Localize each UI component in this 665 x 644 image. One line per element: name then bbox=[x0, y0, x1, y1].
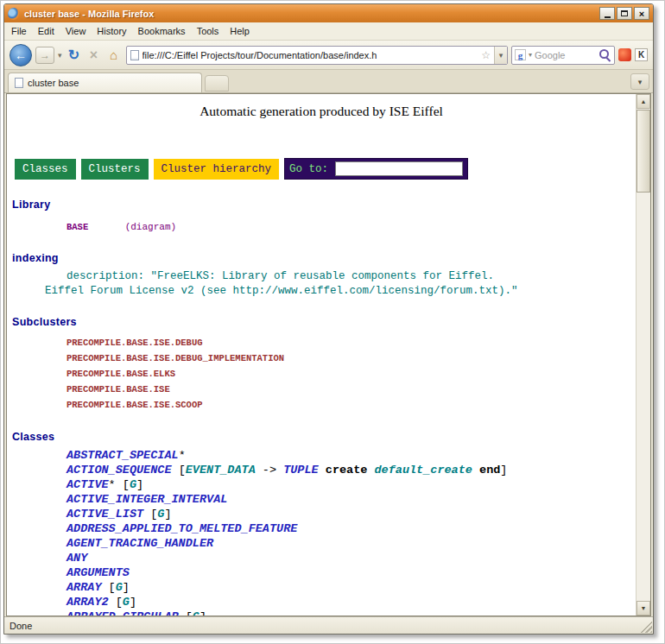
goto-label: Go to: bbox=[289, 163, 328, 175]
code-text: G bbox=[130, 478, 136, 491]
maximize-button[interactable] bbox=[617, 7, 632, 20]
home-button[interactable]: ⌂ bbox=[105, 47, 123, 62]
menu-item[interactable]: Edit bbox=[38, 26, 54, 36]
forward-button[interactable]: → bbox=[35, 47, 54, 64]
class-entry-row: ADDRESS_APPLIED_TO_MELTED_FEATURE bbox=[66, 521, 636, 536]
goto-box: Go to: bbox=[284, 158, 468, 180]
subclusters-heading: Subclusters bbox=[12, 316, 636, 328]
subcluster-link[interactable]: PRECOMPILE.BASE.ISE.SCOOP bbox=[66, 400, 203, 410]
code-text: G bbox=[123, 596, 130, 609]
code-text: [ bbox=[109, 596, 123, 609]
url-input[interactable]: file:///C:/Eiffel Projects/tour/Document… bbox=[142, 50, 478, 60]
resize-grip[interactable] bbox=[640, 621, 652, 633]
page-banner: Automatic generation produced by ISE Eif… bbox=[7, 104, 636, 119]
url-bar[interactable]: file:///C:/Eiffel Projects/tour/Document… bbox=[126, 46, 508, 65]
doc-nav-buttons: Classes Clusters Cluster hierarchy Go to… bbox=[15, 158, 636, 180]
tab-cluster-base[interactable]: cluster base bbox=[8, 73, 202, 92]
browser-window: cluster base - Mozilla Firefox × FileEdi… bbox=[3, 3, 654, 635]
window-controls: × bbox=[599, 7, 649, 20]
menu-item[interactable]: History bbox=[97, 26, 126, 36]
window-titlebar[interactable]: cluster base - Mozilla Firefox × bbox=[4, 4, 653, 22]
new-tab-button[interactable] bbox=[205, 75, 229, 92]
class-link[interactable]: ADDRESS_APPLIED_TO_MELTED_FEATURE bbox=[66, 522, 297, 535]
menu-item[interactable]: File bbox=[11, 26, 27, 36]
stop-button[interactable]: × bbox=[86, 47, 102, 63]
vertical-scrollbar[interactable]: ▲ ▼ bbox=[636, 94, 650, 616]
cluster-hierarchy-button[interactable]: Cluster hierarchy bbox=[154, 159, 280, 180]
bookmark-star-icon[interactable]: ☆ bbox=[481, 49, 491, 61]
status-text: Done bbox=[10, 621, 32, 631]
subcluster-row: PRECOMPILE.BASE.ISE.SCOOP bbox=[66, 396, 636, 412]
classes-button[interactable]: Classes bbox=[15, 159, 76, 180]
library-heading: Library bbox=[12, 199, 636, 211]
clusters-button[interactable]: Clusters bbox=[81, 159, 149, 180]
code-text: [ bbox=[143, 508, 157, 521]
class-link[interactable]: ACTIVE_LIST bbox=[66, 508, 143, 521]
subcluster-link[interactable]: PRECOMPILE.BASE.ELKS bbox=[66, 369, 175, 379]
minimize-icon bbox=[605, 16, 611, 18]
scroll-down-button[interactable]: ▼ bbox=[636, 601, 650, 616]
google-logo-icon[interactable]: g bbox=[515, 49, 526, 60]
code-text: G bbox=[193, 610, 200, 616]
search-engine-dropdown-icon[interactable]: ▾ bbox=[529, 51, 532, 59]
code-text: -> bbox=[256, 464, 283, 477]
menu-bar: FileEditViewHistoryBookmarksToolsHelp bbox=[4, 22, 653, 41]
class-entry-row: ARRAYED_CIRCULAR [G] bbox=[66, 609, 636, 616]
menu-item[interactable]: Help bbox=[230, 26, 250, 36]
classes-list: ABSTRACT_SPECIAL*ACTION_SEQUENCE [EVENT_… bbox=[7, 448, 636, 616]
back-button[interactable]: ← bbox=[10, 44, 32, 66]
search-input[interactable]: Google bbox=[535, 50, 596, 60]
class-link[interactable]: AGENT_TRACING_HANDLER bbox=[66, 537, 213, 550]
code-text: ] bbox=[130, 596, 136, 609]
subcluster-link[interactable]: PRECOMPILE.BASE.ISE.DEBUG bbox=[66, 338, 203, 348]
class-link[interactable]: ABSTRACT_SPECIAL bbox=[66, 449, 179, 462]
class-link[interactable]: ACTIVE bbox=[66, 478, 109, 491]
subcluster-link[interactable]: PRECOMPILE.BASE.ISE bbox=[66, 384, 170, 395]
url-history-dropdown-button[interactable]: ▾ bbox=[494, 47, 507, 64]
scroll-up-button[interactable]: ▲ bbox=[636, 94, 650, 109]
status-bar: Done bbox=[4, 616, 653, 634]
class-entry-row: ARGUMENTS bbox=[66, 565, 636, 580]
class-link[interactable]: ARRAY2 bbox=[66, 596, 109, 609]
menu-item[interactable]: Tools bbox=[197, 26, 219, 36]
menu-item[interactable]: Bookmarks bbox=[138, 26, 186, 36]
subclusters-list: PRECOMPILE.BASE.ISE.DEBUGPRECOMPILE.BASE… bbox=[7, 334, 636, 412]
diagram-link[interactable]: (diagram) bbox=[125, 222, 176, 232]
class-link[interactable]: ARRAYED_CIRCULAR bbox=[66, 610, 179, 616]
history-dropdown-icon[interactable]: ▾ bbox=[58, 51, 62, 60]
indexing-description-line1: description: "FreeELKS: Library of reusa… bbox=[66, 270, 636, 282]
document-page: Automatic generation produced by ISE Eif… bbox=[7, 94, 636, 616]
class-entry-row: AGENT_TRACING_HANDLER bbox=[66, 536, 636, 551]
code-text: EVENT_DATA bbox=[186, 464, 256, 477]
goto-input[interactable] bbox=[335, 161, 463, 176]
code-text: create bbox=[326, 464, 368, 477]
browser-content-area: Automatic generation produced by ISE Eif… bbox=[6, 93, 651, 616]
class-link[interactable]: TUPLE bbox=[283, 464, 319, 477]
scrollbar-thumb[interactable] bbox=[636, 110, 650, 193]
list-all-tabs-button[interactable]: ▾ bbox=[630, 73, 649, 90]
class-entry-row: ANY bbox=[66, 551, 636, 565]
extension-icon-k[interactable]: K bbox=[635, 48, 648, 61]
class-entry-row: ARRAY2 [G] bbox=[66, 595, 636, 609]
search-bar[interactable]: g ▾ Google bbox=[511, 46, 615, 65]
code-text: [ bbox=[172, 464, 186, 477]
class-link[interactable]: ARRAY bbox=[66, 581, 102, 594]
library-link[interactable]: BASE bbox=[66, 222, 88, 232]
code-text: * bbox=[179, 449, 186, 462]
code-text bbox=[472, 464, 479, 477]
navigation-toolbar: ← → ▾ ↻ × ⌂ file:///C:/Eiffel Projects/t… bbox=[4, 41, 653, 70]
class-link[interactable]: ARGUMENTS bbox=[66, 566, 130, 579]
class-link[interactable]: ANY bbox=[66, 552, 87, 565]
reload-button[interactable]: ↻ bbox=[66, 47, 83, 63]
firefox-logo-icon bbox=[8, 8, 20, 20]
extension-icon-red[interactable] bbox=[618, 48, 631, 61]
code-text: ] bbox=[164, 508, 171, 521]
search-magnifier-icon[interactable] bbox=[598, 48, 611, 61]
minimize-button[interactable] bbox=[599, 7, 615, 20]
close-button[interactable]: × bbox=[634, 7, 649, 20]
class-link[interactable]: ACTIVE_INTEGER_INTERVAL bbox=[66, 493, 227, 506]
class-link[interactable]: ACTION_SEQUENCE bbox=[66, 464, 172, 477]
scrollbar-track[interactable] bbox=[636, 109, 650, 601]
menu-item[interactable]: View bbox=[66, 26, 86, 36]
subcluster-link[interactable]: PRECOMPILE.BASE.ISE.DEBUG_IMPLEMENTATION bbox=[66, 353, 284, 363]
